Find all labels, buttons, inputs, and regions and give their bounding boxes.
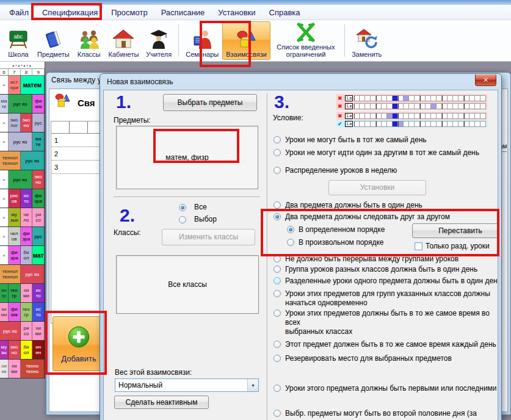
table-column: [51, 121, 70, 133]
timetable-cell[interactable]: технол технол: [0, 151, 21, 170]
timetable-cell[interactable]: ри со: [32, 208, 45, 226]
condition-option[interactable]: Два предмета должны следовать друг за др…: [273, 212, 498, 222]
timetable-cell[interactable]: ×: [0, 208, 9, 226]
timetable-cell[interactable]: ист ори: [9, 76, 21, 94]
timetable-cell[interactable]: рус яз: [9, 132, 32, 151]
toolbar-button-teachers[interactable]: Учителя: [142, 21, 175, 60]
toolbar-button-subjects[interactable]: Предметы: [34, 21, 73, 60]
timetable-cell[interactable]: рус яз: [9, 95, 32, 113]
timetable-cell[interactable]: эко но: [21, 114, 33, 132]
toolbar-button-school[interactable]: abcШкола: [3, 21, 34, 60]
timetable-cell[interactable]: фи зра: [9, 246, 21, 264]
timetable-cell[interactable]: би ол: [21, 246, 33, 264]
toolbar-button-classes[interactable]: Классы: [73, 21, 105, 60]
subjects-panel[interactable]: матем, физр: [116, 126, 258, 189]
settings-button[interactable]: Установки: [328, 180, 426, 195]
timetable-cell[interactable]: ×: [0, 246, 9, 264]
timetable-cell[interactable]: рус яз: [21, 151, 45, 170]
timetable-cell[interactable]: ин ин: [32, 341, 45, 359]
classes-panel[interactable]: Все классы: [116, 255, 259, 314]
timetable-cell[interactable]: мат: [32, 246, 45, 264]
timetable-cell[interactable]: ма те: [32, 132, 45, 151]
timetable-cell[interactable]: ×: [0, 132, 9, 151]
timetable-cell[interactable]: му зы: [0, 341, 9, 359]
condition-option[interactable]: Резервировать место для выбранных предме…: [273, 354, 498, 363]
condition-option[interactable]: Два предмета должны быть в один день: [273, 201, 498, 210]
timetable-cell[interactable]: хи ми: [21, 284, 33, 302]
timetable-cell[interactable]: му зык: [9, 208, 21, 226]
timetable-cell[interactable]: ис то: [32, 303, 45, 321]
timetable-cell[interactable]: ри со: [21, 322, 33, 340]
timetable-cell[interactable]: ×: [0, 227, 9, 245]
timetable-cell[interactable]: гео гр: [21, 303, 33, 321]
condition-option[interactable]: Не должно быть перерыва между группами у…: [273, 255, 498, 264]
condition-option[interactable]: Уроки не могут идти один за другим в тот…: [273, 148, 498, 158]
timetable-cell[interactable]: технол технол: [0, 265, 21, 283]
deactivate-button[interactable]: Сделать неактивным: [114, 396, 209, 409]
timetable-cell[interactable]: фи зра: [21, 227, 33, 245]
condition-option[interactable]: Выбр. предметы могут быть во второй поло…: [273, 409, 498, 420]
menu-item-Справка[interactable]: Справка: [263, 5, 307, 20]
timetable-cell[interactable]: чел ов: [9, 227, 21, 245]
timetable-cell[interactable]: ×: [0, 170, 9, 189]
menu-item-Просмотр[interactable]: Просмотр: [104, 5, 154, 20]
menu-item-Установки[interactable]: Установки: [211, 5, 262, 20]
timetable-cell[interactable]: ×: [0, 76, 9, 94]
timetable-cell[interactable]: рус яз: [9, 170, 32, 189]
condition-option[interactable]: Разделенные уроки одного предмета должны…: [273, 277, 498, 286]
timetable-cell[interactable]: хи ми: [32, 322, 45, 340]
timetable-cell[interactable]: фи зик: [32, 95, 45, 113]
timetable-cell[interactable]: ×: [0, 114, 9, 132]
select-subjects-button[interactable]: Выбрать предметы: [163, 94, 257, 111]
condition-option[interactable]: Уроки не могут быть в тот же самый день: [273, 136, 498, 145]
timetable-cell[interactable]: хи ми: [9, 360, 21, 378]
timetable-cell[interactable]: рис ов: [9, 189, 21, 208]
timetable-cell[interactable]: матем: [21, 76, 45, 94]
timetable-cell[interactable]: ×: [0, 189, 9, 208]
only-split-lessons-checkbox[interactable]: Только разд. уроки: [415, 242, 490, 250]
toolbar-button-rooms[interactable]: Кабинеты: [105, 21, 143, 60]
timetable-cell[interactable]: рус: [32, 227, 45, 245]
timetable-cell[interactable]: ма те: [0, 95, 9, 113]
condition-option[interactable]: Группа уроков разных классов должна быть…: [273, 265, 498, 274]
edit-classes-button[interactable]: Изменить классы: [162, 229, 255, 245]
classes-choice-radio[interactable]: Выбор: [178, 215, 217, 223]
timetable-cell[interactable]: че ло: [21, 208, 33, 226]
relation-row[interactable]: 3: [51, 161, 106, 174]
menu-item-Расписание[interactable]: Расписание: [154, 5, 212, 20]
condition-option[interactable]: Уроки этих предметов для групп указанных…: [273, 289, 498, 308]
timetable-cell[interactable]: би ол: [21, 341, 33, 359]
timetable-cell[interactable]: рус яз: [0, 322, 21, 340]
swap-button[interactable]: Переставить: [412, 223, 498, 238]
add-button[interactable]: Добавить: [53, 316, 105, 371]
timetable-cell[interactable]: ин гр: [0, 284, 9, 302]
timetable-cell[interactable]: ис то: [32, 284, 45, 302]
timetable-cell[interactable]: ки ми: [0, 303, 9, 321]
close-button[interactable]: ✕: [475, 74, 496, 86]
timetable-cell[interactable]: ои ик: [0, 360, 9, 378]
condition-option[interactable]: Уроки этих предметов должны быть в то же…: [273, 309, 498, 336]
condition-option[interactable]: Этот предмет должен быть в то же самое в…: [273, 340, 498, 349]
timetable-cell[interactable]: эко лог: [9, 114, 21, 132]
weight-select[interactable]: Нормальный ▼: [115, 378, 259, 392]
relation-row[interactable]: 2: [51, 147, 106, 161]
toolbar-button-replace[interactable]: Заменить: [348, 21, 385, 60]
toolbar-button-relations[interactable]: Взаимосвязи: [222, 21, 270, 60]
condition-option[interactable]: Уроки этого предмета должны быть первыми…: [273, 384, 498, 393]
relation-row[interactable]: 1: [51, 134, 106, 147]
toolbar-button-constraints[interactable]: Список введенных ограничений: [270, 21, 341, 60]
timetable-cell[interactable]: фи зик: [9, 303, 21, 321]
timetable-cell[interactable]: рус: [32, 114, 45, 132]
menu-item-Спецификация[interactable]: Спецификация: [35, 5, 104, 20]
menu-item-Файл[interactable]: Файл: [2, 5, 35, 20]
timetable-cell[interactable]: техно техно: [21, 360, 45, 378]
timetable-cell[interactable]: гео гр: [9, 284, 21, 302]
classes-all-radio[interactable]: Все: [178, 203, 207, 211]
timetable-cell[interactable]: эко но: [32, 170, 45, 189]
toolbar-button-seminars[interactable]: Семинары: [182, 21, 222, 60]
condition-option[interactable]: Распределение уроков в неделю: [273, 166, 498, 175]
timetable-cell[interactable]: ис то: [21, 189, 33, 208]
timetable-cell[interactable]: фи зра: [32, 189, 45, 208]
timetable-cell[interactable]: эко но: [9, 341, 21, 359]
timetable-cell[interactable]: рус яз: [21, 265, 45, 283]
